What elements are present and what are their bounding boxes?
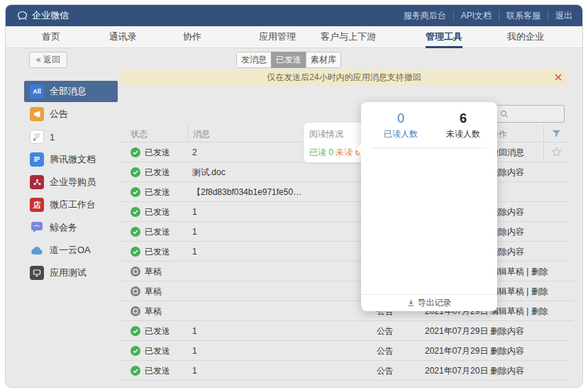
- topbar-links: 服务商后台 API文档 联系客服 退出: [396, 10, 572, 22]
- megaphone-icon: [30, 107, 44, 121]
- tab-sent[interactable]: 已发送: [271, 52, 306, 68]
- header-message: 消息: [187, 125, 302, 142]
- table-row[interactable]: 已发送 测试.doc 删除内容: [120, 162, 568, 182]
- table-row[interactable]: 已发送 1 公告 2021年07月20日 删除内容: [120, 361, 568, 381]
- shop-icon: 店: [30, 198, 44, 212]
- search-input[interactable]: [509, 109, 558, 119]
- table-row[interactable]: 草稿 编辑草稿 | 删除: [120, 262, 568, 281]
- sent-icon: [131, 187, 140, 197]
- link-logout[interactable]: 退出: [548, 10, 572, 22]
- export-records-label: 导出记录: [418, 297, 452, 309]
- message-table: 状态 消息 阅读情况 操作 已发送 2 已读 0 未读 6 撤回消息 已发送 测…: [120, 125, 568, 381]
- sent-icon: [131, 167, 140, 177]
- table-row[interactable]: 已发送 1 删除内容: [120, 222, 568, 242]
- table-header: 状态 消息 阅读情况 操作: [120, 125, 568, 142]
- search-box: [496, 105, 565, 123]
- edit-draft-delete-links[interactable]: 编辑草稿 | 删除: [490, 301, 548, 321]
- header-status: 状态: [120, 125, 187, 142]
- cloud-icon: [30, 243, 44, 257]
- chat-bubble-icon: [17, 11, 28, 21]
- sidebar-item-label: 腾讯微文档: [50, 153, 96, 166]
- unread-count-stat: 6 未读人数: [432, 111, 494, 140]
- close-icon[interactable]: [555, 69, 562, 86]
- back-button[interactable]: « 返回: [29, 52, 67, 68]
- people-icon: [30, 175, 44, 189]
- app-sidebar: All 全部消息 公告 1 腾讯微文档 企业导购员: [24, 81, 118, 285]
- nav-contacts[interactable]: 通讯录: [109, 26, 137, 48]
- sidebar-item-announcement[interactable]: 公告: [24, 103, 118, 125]
- download-icon: [407, 299, 415, 307]
- message-tabs: 发消息 已发送 素材库: [236, 52, 341, 68]
- nav-admin-tools[interactable]: 管理工具: [426, 26, 462, 48]
- recall-message-link[interactable]: 撤回消息: [490, 142, 543, 162]
- form-icon: [30, 130, 44, 144]
- sidebar-item-all-messages[interactable]: All 全部消息: [24, 81, 118, 102]
- table-row[interactable]: 已发送 1 公告 2021年07月29日 删除内容: [120, 321, 568, 341]
- link-provider-console[interactable]: 服务商后台: [396, 10, 454, 22]
- link-api-docs[interactable]: API文档: [454, 10, 499, 22]
- nav-collaboration[interactable]: 协作: [183, 26, 201, 48]
- tab-send-message[interactable]: 发消息: [236, 52, 272, 68]
- all-badge-icon: All: [30, 84, 44, 99]
- sidebar-item-label: 鲸会务: [50, 221, 77, 234]
- sidebar-item-label: 1: [50, 132, 55, 142]
- nav-home[interactable]: 首页: [42, 26, 60, 48]
- delete-content-link[interactable]: 删除内容: [490, 242, 543, 262]
- delete-content-link[interactable]: 删除内容: [490, 162, 543, 182]
- table-row[interactable]: 已发送 1 删除内容: [120, 242, 568, 262]
- unread-count-label: 未读人数: [432, 128, 494, 140]
- filter-icon[interactable]: [552, 130, 561, 138]
- table-row[interactable]: 草稿 公告 2021年07月29日 编辑草稿 | 删除: [120, 301, 568, 321]
- notice-text: 仅在发送后24小时内的应用消息支持撤回: [267, 72, 421, 82]
- edit-draft-delete-links[interactable]: 编辑草稿 | 删除: [490, 281, 548, 301]
- sent-icon: [131, 346, 140, 356]
- document-icon: [30, 152, 44, 167]
- monitor-icon: [30, 266, 44, 280]
- sidebar-item-label: 应用测试: [50, 267, 87, 279]
- delete-content-link[interactable]: 删除内容: [490, 361, 543, 381]
- app-logo: 企业微信: [17, 9, 69, 22]
- sidebar-item-label: 全部消息: [50, 85, 87, 98]
- nav-app-management[interactable]: 应用管理: [259, 26, 296, 48]
- sidebar-item-app-test[interactable]: 应用测试: [24, 262, 118, 284]
- table-row[interactable]: 已发送 1 公告 2021年07月29日 删除内容: [120, 341, 568, 361]
- nav-my-company[interactable]: 我的企业: [507, 26, 544, 48]
- sidebar-item-shop-workbench[interactable]: 店 微店工作台: [24, 194, 118, 215]
- topbar: 企业微信 服务商后台 API文档 联系客服 退出: [6, 5, 583, 26]
- sent-icon: [131, 326, 140, 336]
- read-count-stat: 0 已读人数: [370, 111, 432, 140]
- sidebar-item-1[interactable]: 1: [24, 126, 118, 147]
- sidebar-item-daoyi-cloud-oa[interactable]: 道一云OA: [24, 240, 118, 261]
- sidebar-item-tencent-docs[interactable]: 腾讯微文档: [24, 149, 118, 170]
- draft-icon: [131, 267, 140, 276]
- sidebar-item-label: 微店工作台: [50, 198, 96, 211]
- draft-icon: [131, 286, 140, 296]
- tab-material-library[interactable]: 素材库: [306, 52, 341, 68]
- delete-content-link[interactable]: 删除内容: [490, 321, 543, 341]
- read-stats-popup: 0 已读人数 6 未读人数 导出记录: [361, 102, 497, 311]
- delete-content-link[interactable]: 删除内容: [490, 222, 543, 242]
- table-row[interactable]: 已发送 2 已读 0 未读 6 撤回消息: [120, 142, 568, 162]
- sent-icon: [131, 227, 140, 237]
- header-filter-cell: [543, 125, 568, 142]
- sidebar-item-whale-conference[interactable]: 鲸会务: [24, 217, 118, 238]
- popup-stats: 0 已读人数 6 未读人数: [361, 102, 497, 140]
- nav-customers[interactable]: 客户与上下游: [321, 26, 376, 48]
- delete-content-link[interactable]: 删除内容: [490, 341, 543, 361]
- sidebar-item-label: 公告: [50, 108, 68, 121]
- export-records-button[interactable]: 导出记录: [361, 294, 497, 311]
- sidebar-item-guide-staff[interactable]: 企业导购员: [24, 172, 118, 193]
- sent-icon: [131, 366, 140, 376]
- table-row[interactable]: 草稿 编辑草稿 | 删除: [120, 281, 568, 301]
- edit-draft-delete-links[interactable]: 编辑草稿 | 删除: [490, 262, 548, 281]
- delete-content-link[interactable]: 删除内容: [490, 202, 543, 222]
- link-contact-support[interactable]: 联系客服: [499, 10, 548, 22]
- app-window: 企业微信 服务商后台 API文档 联系客服 退出 首页 通讯录 协作 应用管理 …: [5, 4, 583, 388]
- table-row[interactable]: 已发送 1 删除内容: [120, 202, 568, 222]
- unread-count: 6: [432, 111, 494, 126]
- popup-arrow: [356, 145, 361, 155]
- table-row[interactable]: 已发送 【2f8d83bf034b1e971fe5083eea...: [120, 182, 568, 202]
- recall-notice-bar: 仅在发送后24小时内的应用消息支持撤回: [120, 69, 568, 86]
- star-icon[interactable]: [551, 147, 562, 157]
- read-count-label: 已读人数: [370, 128, 432, 140]
